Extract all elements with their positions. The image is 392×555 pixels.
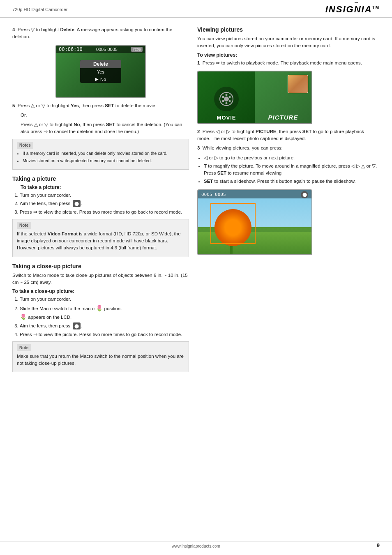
delete-menu-yes: Yes: [80, 68, 121, 76]
page-footer: www.insigniaproducts.com: [0, 541, 392, 548]
page-title: 720p HD Digital Camcorder: [12, 7, 68, 12]
note1: If a memory card is inserted, you can de…: [23, 150, 184, 157]
film-reel-icon: [219, 92, 234, 106]
note2: Movies stored on a write-protected memor…: [23, 158, 184, 164]
flower-photo: 0005 0005 ⬤: [197, 189, 312, 255]
right-column: Viewing pictures You can view pictures s…: [197, 26, 378, 375]
macro-icon-2: 🌷: [20, 313, 27, 321]
closeup-step2: Slide the Macro switch to the macro 🌷 po…: [20, 304, 189, 321]
svg-point-7: [229, 100, 231, 102]
pm-movie-label: MOVIE: [217, 115, 236, 121]
camera-screen: 00:06:10 0005 0005 720p Delete Yes ▶ No: [55, 45, 146, 98]
delete-menu: Delete Yes ▶ No: [80, 60, 121, 83]
section-closeup-heading: Taking a close-up picture: [12, 263, 189, 269]
note-macro-title: Note: [17, 344, 31, 351]
svg-point-2: [226, 94, 228, 96]
closeup-step4: Press ⇒ to view the picture. Press two m…: [20, 331, 189, 338]
take-picture-steps: Turn on your camcorder. Aim the lens, th…: [12, 192, 189, 216]
take-step3: Press ⇒ to view the picture. Press two m…: [20, 209, 189, 216]
flower-overlay-bar: 0005 0005 ⬤: [198, 190, 311, 199]
step5-or: Or,: [12, 112, 189, 119]
playback-menu: MOVIE PICTURE: [197, 71, 312, 124]
closeup-steps: Turn on your camcorder. Slide the Macro …: [12, 296, 189, 338]
step5-no-text: Press △ or ▽ to highlight No, then press…: [12, 121, 189, 136]
view-step1: 1 Press ⇒ to switch to playback mode. Th…: [197, 60, 378, 67]
sub-view: To view pictures:: [197, 52, 378, 58]
logo-trademark: TM: [372, 5, 380, 10]
delete-menu-title: Delete: [80, 60, 121, 68]
timecode: 00:06:10: [59, 46, 83, 52]
note-macro-text: Make sure that you return the Macro swit…: [17, 353, 184, 367]
step5-num: 5: [12, 103, 15, 108]
section-taking-heading: Taking a picture: [12, 175, 189, 182]
left-column: 4 Press ▽ to highlight Delete. A message…: [12, 26, 189, 375]
pm-picture-label: PICTURE: [268, 114, 298, 121]
macro-icon-1: 🌷: [96, 304, 103, 313]
take-step1: Turn on your camcorder.: [20, 192, 189, 199]
resolution-badge: 720p: [131, 47, 143, 52]
closeup-step3: Aim the lens, then press ⬤.: [20, 322, 189, 329]
pm-movie-icon: [214, 87, 239, 111]
camera-icon-badge: ⬤: [301, 191, 308, 198]
svg-point-4: [222, 96, 224, 98]
pm-movie: MOVIE: [198, 71, 255, 123]
focus-rect: [210, 203, 256, 244]
notes-title: Notes: [17, 142, 33, 149]
camera-icon-1: ⬤: [73, 200, 81, 207]
note-video-box: Note If the selected Video Format is a w…: [12, 219, 189, 257]
page-header: 720p HD Digital Camcorder INSIGNIATM: [0, 0, 392, 18]
footer-url: www.insigniaproducts.com: [172, 544, 220, 548]
note-video-title: Note: [17, 222, 31, 229]
step4-text: 4 Press ▽ to highlight Delete. A message…: [12, 26, 189, 41]
notes-list: If a memory card is inserted, you can de…: [17, 150, 184, 165]
take-step2: Aim the lens, then press ⬤.: [20, 200, 189, 207]
pm-picture: PICTURE: [255, 71, 311, 123]
camera-icon-2: ⬤: [73, 322, 81, 329]
viewing-intro: You can view pictures stored on your cam…: [197, 35, 378, 50]
view-step2: 2 Press ◁ or ▷ to highlight PICTURE, the…: [197, 128, 378, 143]
page-content: 4 Press ▽ to highlight Delete. A message…: [0, 18, 392, 384]
delete-menu-no: ▶ No: [80, 76, 121, 83]
step4-num: 4: [12, 27, 15, 32]
step4-delete-bold: Delete: [60, 27, 74, 32]
note-video-text: If the selected Video Format is a wide f…: [17, 230, 184, 252]
view-bullet1: ◁ or ▷ to go to the previous or next pic…: [204, 154, 378, 161]
svg-point-6: [222, 100, 224, 102]
section-viewing-heading: Viewing pictures: [197, 26, 378, 33]
insignia-logo: INSIGNIATM: [325, 4, 380, 15]
view-bullet2: T to magnify the picture. To move around…: [204, 163, 378, 177]
page-number: 9: [377, 542, 380, 548]
flower-counter: 0005 0005: [201, 192, 226, 197]
camera-overlay-bar: 00:06:10 0005 0005 720p: [56, 46, 145, 53]
sub-take-picture: To take a picture:: [12, 184, 189, 190]
sub-closeup: To take a close-up picture:: [12, 288, 189, 294]
svg-point-5: [229, 96, 231, 98]
view-bullet3: SET to start a slideshow. Press this but…: [204, 178, 378, 185]
pm-picture-thumb: [288, 75, 308, 93]
step5-text: 5 Press △ or ▽ to highlight Yes, then pr…: [12, 102, 189, 109]
closeup-step1: Turn on your camcorder.: [20, 296, 189, 303]
view-bullets: ◁ or ▷ to go to the previous or next pic…: [197, 154, 378, 185]
closeup-intro: Switch to Macro mode to take close-up pi…: [12, 272, 189, 286]
view-step3: 3 While viewing pictures, you can press:: [197, 145, 378, 152]
note-macro-box: Note Make sure that you return the Macro…: [12, 341, 189, 373]
notes-box: Notes If a memory card is inserted, you …: [12, 139, 189, 170]
counter: 0005 0005: [96, 47, 118, 52]
svg-point-3: [226, 102, 228, 104]
svg-point-1: [224, 97, 229, 101]
